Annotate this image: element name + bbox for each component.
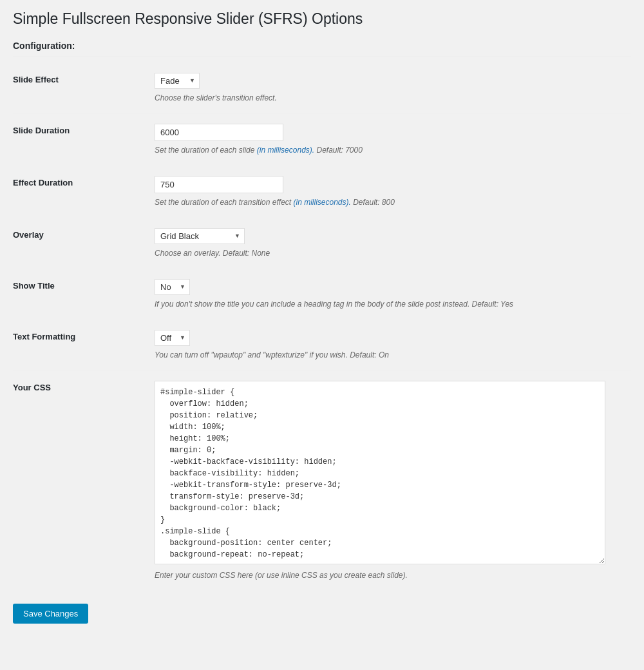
show-title-label: Show Title [13, 269, 155, 320]
show-title-description: If you don't show the title you can incl… [155, 298, 625, 310]
effect-duration-description: Set the duration of each transition effe… [155, 196, 625, 208]
main-container: Simple Fullscreen Responsive Slider (SFR… [0, 0, 644, 636]
show-title-select-wrap: Yes No [155, 279, 190, 295]
text-formatting-description: You can turn off "wpautop" and "wptextur… [155, 349, 625, 361]
your-css-description: Enter your custom CSS here (or use inlin… [155, 570, 625, 581]
your-css-label: Your CSS [13, 370, 155, 591]
slide-duration-label: Slide Duration [13, 113, 155, 166]
overlay-label: Overlay [13, 218, 155, 269]
text-formatting-select[interactable]: On Off [155, 330, 190, 346]
your-css-textarea[interactable]: #simple-slider { overflow: hidden; posit… [155, 381, 605, 564]
slide-effect-label: Slide Effect [13, 63, 155, 114]
overlay-select-wrap: None Grid Black Grid White Dot Black Dot… [155, 228, 245, 244]
overlay-description: Choose an overlay. Default: None [155, 247, 625, 259]
show-title-cell: Yes No If you don't show the title you c… [155, 269, 631, 320]
overlay-row: Overlay None Grid Black Grid White Dot B… [13, 218, 631, 269]
slide-duration-desc-plain: Set the duration of each slide [155, 146, 257, 155]
effect-duration-label: Effect Duration [13, 166, 155, 218]
slide-duration-cell: Set the duration of each slide (in milli… [155, 113, 631, 166]
text-formatting-label: Text Formatting [13, 320, 155, 370]
page-title: Simple Fullscreen Responsive Slider (SFR… [13, 10, 631, 29]
effect-duration-desc-end: Default: 800 [351, 198, 395, 207]
effect-duration-cell: Set the duration of each transition effe… [155, 166, 631, 218]
slide-duration-desc-highlight: (in milliseconds). [257, 146, 314, 155]
effect-duration-input[interactable] [155, 176, 283, 193]
slide-effect-description: Choose the slider's transition effect. [155, 92, 625, 104]
your-css-row: Your CSS #simple-slider { overflow: hidd… [13, 370, 631, 591]
form-table: Slide Effect Fade Slide Zoom Choose the … [13, 63, 631, 591]
overlay-cell: None Grid Black Grid White Dot Black Dot… [155, 218, 631, 269]
show-title-select[interactable]: Yes No [155, 279, 190, 295]
text-formatting-row: Text Formatting On Off You can turn off … [13, 320, 631, 370]
slide-duration-desc-end: Default: 7000 [314, 146, 363, 155]
slide-effect-select[interactable]: Fade Slide Zoom [155, 73, 200, 89]
effect-duration-desc-plain: Set the duration of each transition effe… [155, 198, 293, 207]
your-css-cell: #simple-slider { overflow: hidden; posit… [155, 370, 631, 591]
config-heading: Configuration: [13, 41, 631, 57]
show-title-row: Show Title Yes No If you don't show the … [13, 269, 631, 320]
slide-duration-row: Slide Duration Set the duration of each … [13, 113, 631, 166]
slide-duration-input[interactable] [155, 124, 283, 141]
slide-effect-select-wrap: Fade Slide Zoom [155, 73, 200, 89]
effect-duration-row: Effect Duration Set the duration of each… [13, 166, 631, 218]
text-formatting-select-wrap: On Off [155, 330, 190, 346]
slide-effect-row: Slide Effect Fade Slide Zoom Choose the … [13, 63, 631, 114]
effect-duration-desc-highlight: (in milliseconds). [293, 198, 350, 207]
config-section: Configuration: Slide Effect Fade Slide Z… [13, 41, 631, 591]
overlay-select[interactable]: None Grid Black Grid White Dot Black Dot… [155, 228, 245, 244]
slide-effect-cell: Fade Slide Zoom Choose the slider's tran… [155, 63, 631, 114]
save-changes-button[interactable]: Save Changes [13, 604, 88, 624]
text-formatting-cell: On Off You can turn off "wpautop" and "w… [155, 320, 631, 370]
slide-duration-description: Set the duration of each slide (in milli… [155, 144, 625, 156]
